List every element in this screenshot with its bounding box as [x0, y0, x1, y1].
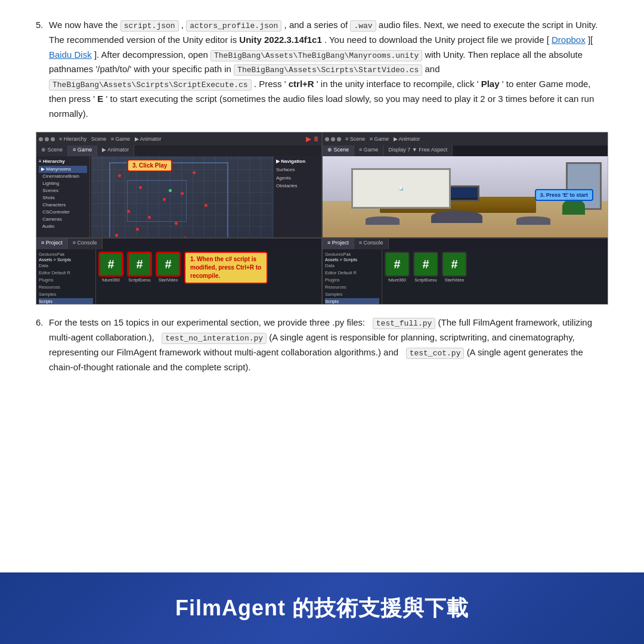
step5-text5: . You need to download the Unity project… [324, 35, 549, 45]
tab-display-right: Display 7 ▼ Free Aspect [383, 145, 453, 156]
unity-bottom-right: ≡ Project ≡ Console GesturesPak Assets >… [323, 239, 608, 304]
unity-toolbar-right: ≡ Scene ≡ Game ▶ Animator [323, 132, 608, 145]
tab-game-left[interactable]: ≡ Game [68, 145, 97, 156]
step5-text5b: ][ [588, 35, 593, 45]
toolbar-tabs-left: ≡ Hierarchy Scene ≡ Game ▶ Animator [59, 136, 162, 142]
annotation-click-play: 3. Click Play [127, 159, 172, 172]
folder-path-left: GesturesPak [39, 252, 93, 257]
annotation-press-e: 3. Press 'E' to start [535, 189, 593, 201]
tab-console-left[interactable]: ≡ Console [68, 239, 103, 249]
step5-text2: , [181, 20, 186, 30]
unity-left-panel: ≡ Hierarchy Scene ≡ Game ▶ Animator ▶ ⏸ … [36, 132, 323, 304]
step6-text1: For the tests on 15 topics in our experi… [49, 317, 370, 327]
hierarchy-item6: CSController [39, 209, 87, 216]
script-icon-future360-left: # [98, 252, 123, 277]
nav-agents: Agents [276, 174, 319, 182]
nav-panel-left: ▶ Navigation Surfaces Agents Obstacles [274, 156, 321, 237]
step5-code5: TheBigBang\Assets\Scirpts\StartVideo.cs [234, 64, 422, 76]
tab-animator-left[interactable]: ▶ Animator [97, 145, 134, 156]
tab-scene-right[interactable]: ⊕ Scene [323, 145, 354, 156]
step6-number: 6. [36, 315, 49, 374]
room-inner [127, 180, 187, 222]
toolbar-dot2 [45, 137, 49, 141]
folder-path2-right: Assets > Scripts [325, 257, 379, 262]
unity-toolbar-left: ≡ Hierarchy Scene ≡ Game ▶ Animator ▶ ⏸ [36, 132, 321, 145]
folder-editor-left: Editor Default R [39, 270, 93, 277]
chair-left [366, 216, 400, 225]
step5-baidu-link[interactable]: Baidu Disk [49, 49, 92, 60]
scripts-icons-left: # future360 # ScriptExexu # StartVideo 1 [96, 249, 321, 304]
panel-tabs-left: ⊕ Scene ≡ Game ▶ Animator [36, 145, 321, 156]
folder-path-right: GesturesPak [325, 252, 379, 257]
folder-data-left: Data [39, 262, 93, 270]
script-icon-scriptexecu-left: # [127, 252, 152, 277]
bottom-panel-left: GesturesPak Assets > Scripts Data Editor… [36, 249, 321, 304]
step5-text8: and [425, 64, 440, 74]
script-future360-left: # future360 [98, 252, 123, 282]
annotation-recompile: 1. When the c# script is modified, press… [184, 252, 268, 284]
script-icon-startvideo-left: # [156, 252, 181, 277]
step5-text10: ' in the unity interface to recompile, c… [317, 79, 479, 89]
scene-3d-left: 3. Click Play ▶ Navigation Surfaces Agen… [91, 156, 321, 237]
step5-code4: TheBigBang\Assets\TheBigBang\Manyrooms.u… [210, 50, 422, 61]
folder-resources-left: Resources [39, 284, 93, 291]
unity-scene-right: ≡ Hierarchy ▶ Manyrooms CinematoneBrain … [323, 156, 608, 239]
panel-tabs-right: ⊕ Scene ≡ Game Display 7 ▼ Free Aspect [323, 145, 608, 156]
tab-console-right[interactable]: ≡ Console [354, 239, 389, 249]
hierarchy-item4: Shots [39, 194, 87, 202]
step5-key3: E [97, 94, 103, 104]
nav-surfaces: Surfaces [276, 166, 319, 174]
step5-text12: ' to start executing the script (sometim… [49, 94, 594, 119]
tab-scene-left[interactable]: ⊕ Scene [36, 145, 68, 156]
toolbar-dot3 [51, 137, 55, 141]
footer-title: FilmAgent 的技術支援與下載 [175, 594, 469, 623]
whiteboard: 📊 [351, 168, 451, 209]
tab-project-right[interactable]: ≡ Project [323, 239, 354, 249]
footer-banner: FilmAgent 的技術支援與下載 [0, 572, 644, 644]
step5-key2: Play [481, 79, 500, 89]
folder-samples-right: Samples [325, 291, 379, 298]
folder-path2-left: Assets > Scripts [39, 257, 93, 262]
agent-dot-13 [184, 237, 187, 237]
step5-code1: script.json [120, 20, 179, 32]
toolbar-dot1 [39, 137, 43, 141]
step5-code6: TheBigBang\Assets\Scirpts\ScriptExecute.… [49, 79, 252, 91]
step5-text1: We now have the [49, 20, 120, 30]
step5-text3: , and a series of [284, 20, 351, 30]
hierarchy-panel-left: ≡ Hierarchy ▶ Manyrooms CinematoneBrain … [36, 156, 90, 237]
folder-scripts-right: Scripts [325, 298, 379, 304]
folder-tree-right: GesturesPak Assets > Scripts Data Editor… [323, 249, 382, 304]
hierarchy-item3: Scenes [39, 187, 87, 194]
script-scriptexecu-left: # ScriptExexu [127, 252, 152, 282]
toolbar-tabs-right: ≡ Scene ≡ Game ▶ Animator [345, 136, 420, 142]
step6-code2: test_no_interation.py [162, 333, 267, 344]
script-label-future360-right: future360 [388, 278, 406, 282]
step5-unity-version: Unity 2022.3.14f1c1 [239, 35, 321, 45]
tab-game-right[interactable]: ≡ Game [354, 145, 383, 156]
step6-block: 6. For the tests on 15 topics in our exp… [36, 315, 608, 374]
hierarchy-item1: CinematoneBrain [39, 173, 87, 180]
folder-editor-right: Editor Default R [325, 270, 379, 277]
step5-number: 5. [36, 18, 49, 121]
plant [562, 199, 585, 215]
step5-text9: . Press ' [254, 79, 286, 89]
hierarchy-item2: Lighting [39, 180, 87, 187]
step5-code2: actors_profile.json [186, 20, 281, 32]
tab-project-left[interactable]: ≡ Project [36, 239, 68, 249]
script-label-scriptexecu-left: ScriptExexu [128, 278, 150, 282]
step5-dropbox-link[interactable]: Dropbox [552, 35, 586, 45]
script-icon-scriptexecu-right: # [413, 252, 438, 277]
hierarchy-item5: Characters [39, 202, 87, 209]
toolbar-dot-r3 [337, 137, 341, 141]
toolbar-dot-r2 [331, 137, 335, 141]
unity-screenshot: ≡ Hierarchy Scene ≡ Game ▶ Animator ▶ ⏸ … [36, 132, 608, 305]
folder-plugins-right: Plugins [325, 277, 379, 284]
unity-scene-left: ≡ Hierarchy ▶ Manyrooms CinematoneBrain … [36, 156, 321, 239]
nav-obstacles: Obstacles [276, 182, 319, 190]
main-content: 5. We now have the script.json , actors_… [0, 0, 644, 397]
script-scriptexecu-right: # ScriptExexu [413, 252, 438, 282]
unity-right-panel: ≡ Scene ≡ Game ▶ Animator ⊕ Scene ≡ Game… [323, 132, 608, 304]
script-label-scriptexecu-right: ScriptExexu [414, 278, 436, 282]
folder-data-right: Data [325, 262, 379, 270]
script-icon-startvideo-right: # [442, 252, 467, 277]
